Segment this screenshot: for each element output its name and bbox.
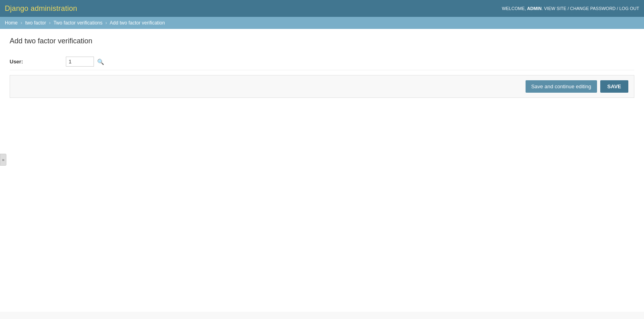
breadcrumb-divider-1: › — [20, 20, 22, 26]
breadcrumb-two-factor[interactable]: two factor — [25, 20, 46, 26]
breadcrumb-home[interactable]: Home — [5, 20, 18, 26]
save-button[interactable]: SAVE — [600, 80, 628, 93]
log-out-link[interactable]: LOG OUT — [619, 6, 639, 11]
sidebar-toggle-icon: » — [2, 157, 4, 162]
welcome-text: WELCOME, — [502, 6, 526, 11]
save-and-continue-button[interactable]: Save and continue editing — [526, 80, 597, 93]
site-title: Django administration — [5, 4, 77, 13]
user-search-button[interactable]: 🔍 — [96, 58, 106, 66]
user-label: User: — [10, 59, 66, 65]
user-tools: WELCOME, ADMIN. VIEW SITE / CHANGE PASSW… — [502, 6, 639, 11]
user-input[interactable] — [66, 57, 94, 67]
breadcrumb-divider-2: › — [49, 20, 51, 26]
username: ADMIN — [527, 6, 542, 11]
breadcrumb-two-factor-verifications[interactable]: Two factor verifications — [53, 20, 102, 26]
search-icon: 🔍 — [97, 59, 104, 65]
change-password-link[interactable]: CHANGE PASSWORD — [570, 6, 615, 11]
content-main: Add two factor verification User: 🔍 Save… — [0, 29, 644, 312]
breadcrumb-divider-3: › — [106, 20, 107, 26]
view-site-link[interactable]: VIEW SITE — [544, 6, 567, 11]
breadcrumb: Home › two factor › Two factor verificat… — [0, 17, 644, 29]
site-branding: Django administration — [5, 4, 77, 13]
user-form-row: User: 🔍 — [10, 53, 634, 70]
submit-row: Save and continue editing SAVE — [10, 75, 634, 98]
site-header: Django administration WELCOME, ADMIN. VI… — [0, 0, 644, 17]
sidebar-toggle[interactable]: » — [0, 154, 6, 166]
breadcrumb-current: Add two factor verification — [110, 20, 165, 26]
page-title: Add two factor verification — [10, 37, 634, 45]
